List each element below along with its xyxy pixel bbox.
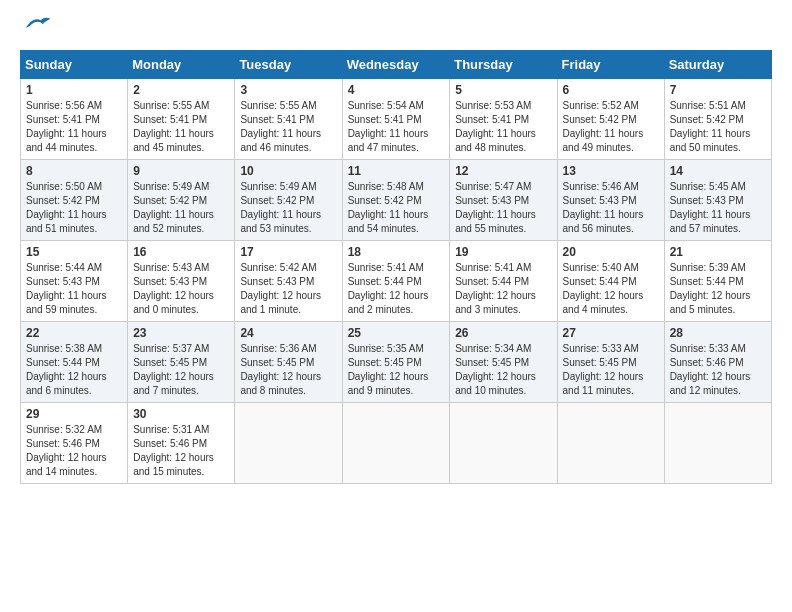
- daylight-label: Daylight: 12 hours and 7 minutes.: [133, 371, 214, 396]
- sunrise-time: 5:38 AM: [65, 343, 102, 354]
- day-info: Sunrise: 5:37 AM Sunset: 5:45 PM Dayligh…: [133, 342, 229, 398]
- page-header: [20, 20, 772, 42]
- calendar-day: 15 Sunrise: 5:44 AM Sunset: 5:43 PM Dayl…: [21, 241, 128, 322]
- day-info: Sunrise: 5:50 AM Sunset: 5:42 PM Dayligh…: [26, 180, 122, 236]
- sunset-time: 5:45 PM: [492, 357, 529, 368]
- day-info: Sunrise: 5:40 AM Sunset: 5:44 PM Dayligh…: [563, 261, 659, 317]
- sunset-time: 5:42 PM: [170, 195, 207, 206]
- day-info: Sunrise: 5:51 AM Sunset: 5:42 PM Dayligh…: [670, 99, 766, 155]
- sunrise-time: 5:34 AM: [495, 343, 532, 354]
- sunset-time: 5:41 PM: [277, 114, 314, 125]
- calendar-day: 26 Sunrise: 5:34 AM Sunset: 5:45 PM Dayl…: [450, 322, 557, 403]
- calendar-day: 4 Sunrise: 5:54 AM Sunset: 5:41 PM Dayli…: [342, 79, 450, 160]
- sunset-time: 5:43 PM: [492, 195, 529, 206]
- day-number: 23: [133, 326, 229, 340]
- sunrise-time: 5:54 AM: [387, 100, 424, 111]
- day-number: 2: [133, 83, 229, 97]
- day-info: Sunrise: 5:42 AM Sunset: 5:43 PM Dayligh…: [240, 261, 336, 317]
- sunset-label: Sunset:: [348, 357, 385, 368]
- sunset-time: 5:45 PM: [599, 357, 636, 368]
- sunrise-time: 5:45 AM: [709, 181, 746, 192]
- sunrise-label: Sunrise:: [133, 343, 172, 354]
- sunset-label: Sunset:: [670, 357, 707, 368]
- calendar-day: 20 Sunrise: 5:40 AM Sunset: 5:44 PM Dayl…: [557, 241, 664, 322]
- daylight-label: Daylight: 11 hours and 48 minutes.: [455, 128, 536, 153]
- sunset-label: Sunset:: [26, 357, 63, 368]
- day-number: 30: [133, 407, 229, 421]
- daylight-label: Daylight: 11 hours and 56 minutes.: [563, 209, 644, 234]
- day-info: Sunrise: 5:48 AM Sunset: 5:42 PM Dayligh…: [348, 180, 445, 236]
- sunset-label: Sunset:: [26, 276, 63, 287]
- day-number: 17: [240, 245, 336, 259]
- sunrise-label: Sunrise:: [26, 343, 65, 354]
- sunset-label: Sunset:: [455, 357, 492, 368]
- calendar-day: 8 Sunrise: 5:50 AM Sunset: 5:42 PM Dayli…: [21, 160, 128, 241]
- sunset-time: 5:41 PM: [492, 114, 529, 125]
- sunrise-time: 5:41 AM: [387, 262, 424, 273]
- sunrise-time: 5:52 AM: [602, 100, 639, 111]
- day-info: Sunrise: 5:54 AM Sunset: 5:41 PM Dayligh…: [348, 99, 445, 155]
- day-number: 16: [133, 245, 229, 259]
- daylight-label: Daylight: 11 hours and 55 minutes.: [455, 209, 536, 234]
- day-info: Sunrise: 5:43 AM Sunset: 5:43 PM Dayligh…: [133, 261, 229, 317]
- sunrise-label: Sunrise:: [563, 343, 602, 354]
- sunset-time: 5:46 PM: [170, 438, 207, 449]
- weekday-header: Sunday: [21, 51, 128, 79]
- sunset-time: 5:43 PM: [706, 195, 743, 206]
- day-info: Sunrise: 5:41 AM Sunset: 5:44 PM Dayligh…: [455, 261, 551, 317]
- calendar-day: 2 Sunrise: 5:55 AM Sunset: 5:41 PM Dayli…: [128, 79, 235, 160]
- sunrise-time: 5:42 AM: [280, 262, 317, 273]
- sunset-label: Sunset:: [133, 195, 170, 206]
- daylight-label: Daylight: 12 hours and 6 minutes.: [26, 371, 107, 396]
- sunrise-time: 5:55 AM: [280, 100, 317, 111]
- calendar-day: 30 Sunrise: 5:31 AM Sunset: 5:46 PM Dayl…: [128, 403, 235, 484]
- weekday-header: Saturday: [664, 51, 771, 79]
- sunset-label: Sunset:: [133, 438, 170, 449]
- sunrise-time: 5:35 AM: [387, 343, 424, 354]
- sunrise-label: Sunrise:: [670, 100, 709, 111]
- weekday-header: Monday: [128, 51, 235, 79]
- sunrise-label: Sunrise:: [240, 181, 279, 192]
- sunrise-label: Sunrise:: [670, 181, 709, 192]
- empty-day: [450, 403, 557, 484]
- day-number: 6: [563, 83, 659, 97]
- sunset-label: Sunset:: [563, 195, 600, 206]
- sunset-time: 5:41 PM: [170, 114, 207, 125]
- sunrise-time: 5:48 AM: [387, 181, 424, 192]
- weekday-header: Wednesday: [342, 51, 450, 79]
- daylight-label: Daylight: 12 hours and 12 minutes.: [670, 371, 751, 396]
- sunset-time: 5:44 PM: [63, 357, 100, 368]
- sunrise-time: 5:39 AM: [709, 262, 746, 273]
- day-number: 3: [240, 83, 336, 97]
- daylight-label: Daylight: 11 hours and 46 minutes.: [240, 128, 321, 153]
- day-info: Sunrise: 5:31 AM Sunset: 5:46 PM Dayligh…: [133, 423, 229, 479]
- sunrise-label: Sunrise:: [563, 100, 602, 111]
- daylight-label: Daylight: 11 hours and 47 minutes.: [348, 128, 429, 153]
- calendar-day: 24 Sunrise: 5:36 AM Sunset: 5:45 PM Dayl…: [235, 322, 342, 403]
- sunrise-label: Sunrise:: [670, 262, 709, 273]
- day-info: Sunrise: 5:39 AM Sunset: 5:44 PM Dayligh…: [670, 261, 766, 317]
- sunset-time: 5:46 PM: [706, 357, 743, 368]
- sunrise-label: Sunrise:: [455, 100, 494, 111]
- sunrise-time: 5:51 AM: [709, 100, 746, 111]
- day-number: 5: [455, 83, 551, 97]
- daylight-label: Daylight: 11 hours and 53 minutes.: [240, 209, 321, 234]
- sunset-time: 5:43 PM: [277, 276, 314, 287]
- daylight-label: Daylight: 11 hours and 51 minutes.: [26, 209, 107, 234]
- sunset-time: 5:42 PM: [599, 114, 636, 125]
- daylight-label: Daylight: 12 hours and 9 minutes.: [348, 371, 429, 396]
- day-number: 7: [670, 83, 766, 97]
- daylight-label: Daylight: 11 hours and 57 minutes.: [670, 209, 751, 234]
- day-number: 8: [26, 164, 122, 178]
- day-info: Sunrise: 5:35 AM Sunset: 5:45 PM Dayligh…: [348, 342, 445, 398]
- day-number: 20: [563, 245, 659, 259]
- day-number: 24: [240, 326, 336, 340]
- sunrise-time: 5:46 AM: [602, 181, 639, 192]
- day-info: Sunrise: 5:52 AM Sunset: 5:42 PM Dayligh…: [563, 99, 659, 155]
- logo: [20, 20, 52, 42]
- sunset-time: 5:43 PM: [599, 195, 636, 206]
- sunrise-time: 5:41 AM: [495, 262, 532, 273]
- day-number: 14: [670, 164, 766, 178]
- sunrise-time: 5:33 AM: [602, 343, 639, 354]
- empty-day: [235, 403, 342, 484]
